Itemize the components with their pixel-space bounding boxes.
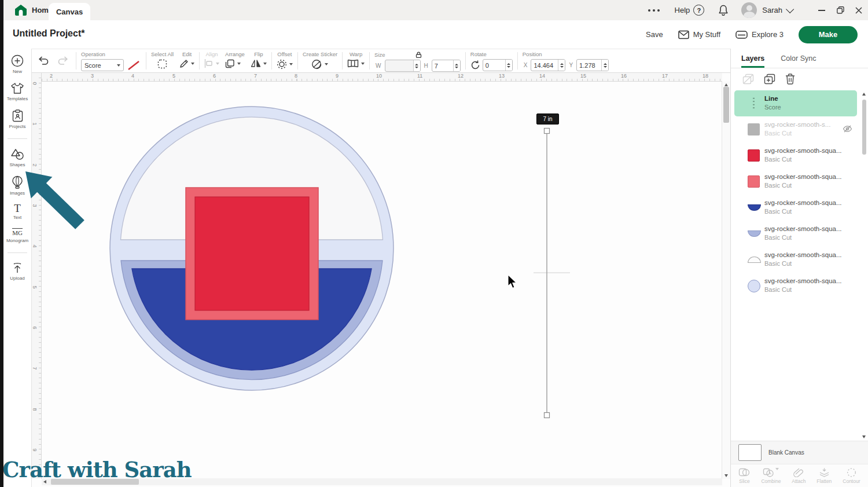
canvas-vertical-scrollbar[interactable] xyxy=(722,82,730,479)
drag-handle-icon[interactable] xyxy=(753,97,755,109)
offset-button[interactable]: Offset xyxy=(277,49,293,72)
create-sticker-caret-icon xyxy=(325,63,328,65)
layers-scrollbar[interactable] xyxy=(862,93,867,438)
delete-button[interactable] xyxy=(784,72,796,86)
rotate-spinner[interactable] xyxy=(505,60,512,71)
layers-scroll-up-icon[interactable] xyxy=(862,93,866,96)
layer-list: Line Score svg-rocker-smooth-s... Basic … xyxy=(731,90,860,441)
design-square-inner xyxy=(195,197,309,310)
edit-toolbar: Operation Score Select All xyxy=(32,49,730,73)
operation-select[interactable]: Score xyxy=(81,59,124,71)
flatten-button[interactable]: Flatten xyxy=(816,468,832,484)
redo-button[interactable] xyxy=(58,56,69,65)
height-input[interactable]: 7 xyxy=(432,60,461,72)
group-icon xyxy=(742,74,754,85)
trash-icon xyxy=(785,74,795,85)
slice-icon xyxy=(738,468,750,477)
select-all-button[interactable]: Select All xyxy=(151,49,174,72)
window-restore-button[interactable] xyxy=(831,0,849,20)
overflow-menu-icon[interactable] xyxy=(648,9,660,12)
offset-icon xyxy=(277,59,287,69)
images-icon xyxy=(12,175,23,189)
avatar[interactable] xyxy=(741,2,757,18)
design-canvas[interactable]: 2 3 4 5 6 7 8 9 10 11 12 13 14 15 16 17 … xyxy=(32,72,730,487)
machine-icon xyxy=(735,31,748,39)
sidebar-divider xyxy=(8,252,27,253)
position-group: Position X 14.464 Y 1.278 xyxy=(523,49,609,72)
width-input[interactable] xyxy=(385,60,421,72)
new-icon xyxy=(11,54,24,67)
rotate-icon[interactable] xyxy=(470,60,480,70)
edit-button[interactable]: Edit xyxy=(179,49,194,72)
design-bottom-semicircle-dark xyxy=(132,269,372,370)
layers-toolbar xyxy=(731,68,868,89)
help-question-icon: ? xyxy=(693,5,704,16)
attach-button[interactable]: Attach xyxy=(792,468,806,484)
page-title: Untitled Project* xyxy=(13,28,84,39)
width-spinner[interactable] xyxy=(413,60,420,71)
sidebar-item-shapes[interactable]: Shapes xyxy=(9,148,25,167)
sidebar-item-new[interactable]: New xyxy=(11,54,24,74)
help-button[interactable]: Help ? xyxy=(675,5,705,16)
rotate-input[interactable]: 0 xyxy=(483,59,513,71)
combine-caret-icon xyxy=(775,468,779,470)
tab-layers[interactable]: Layers xyxy=(741,49,764,68)
machine-select-button[interactable]: Explore 3 xyxy=(735,30,784,39)
flip-icon xyxy=(251,59,261,68)
sidebar-item-templates[interactable]: Templates xyxy=(7,82,28,101)
layer-item-line[interactable]: Line Score xyxy=(734,90,857,116)
layer-item-red-square[interactable]: svg-rocker-smooth-squa... Basic Cut xyxy=(731,142,860,169)
layers-scroll-thumb[interactable] xyxy=(862,100,866,155)
my-stuff-button[interactable]: My Stuff xyxy=(678,30,720,39)
sidebar-item-upload[interactable]: Upload xyxy=(10,262,24,281)
position-x-spinner[interactable] xyxy=(558,60,565,71)
account-chevron-down-icon[interactable] xyxy=(786,5,794,13)
tab-color-sync[interactable]: Color Sync xyxy=(781,49,816,68)
scroll-down-icon[interactable] xyxy=(724,474,728,477)
layer-item-white-half[interactable]: svg-rocker-smooth-squa... Basic Cut xyxy=(731,247,860,273)
position-x-input[interactable]: 14.464 xyxy=(531,59,565,71)
restore-icon xyxy=(837,6,844,14)
duplicate-button[interactable] xyxy=(763,72,777,86)
align-caret-icon xyxy=(216,63,219,65)
undo-button[interactable] xyxy=(38,56,49,65)
window-minimize-button[interactable] xyxy=(812,0,831,20)
score-line-swatch[interactable] xyxy=(126,60,141,71)
flip-button[interactable]: Flip xyxy=(251,49,267,72)
layer-item-light-blue-half[interactable]: svg-rocker-smooth-squa... Basic Cut xyxy=(731,221,860,247)
visibility-off-icon[interactable] xyxy=(843,125,852,136)
sidebar-item-monogram[interactable]: MG Monogram xyxy=(6,228,28,243)
layers-scroll-down-icon[interactable] xyxy=(862,435,866,438)
slice-button[interactable]: Slice xyxy=(738,468,750,484)
create-sticker-button[interactable]: Create Sticker xyxy=(303,49,337,72)
group-button[interactable] xyxy=(741,72,755,86)
make-button[interactable]: Make xyxy=(799,26,858,43)
lock-icon[interactable] xyxy=(415,52,422,58)
layer-item-pink-square[interactable]: svg-rocker-smooth-squa... Basic Cut xyxy=(731,169,860,195)
tab-canvas[interactable]: Canvas xyxy=(49,3,90,20)
score-line-icon xyxy=(127,60,141,71)
save-button[interactable]: Save xyxy=(646,30,663,39)
combine-button[interactable]: Combine xyxy=(761,468,781,484)
height-spinner[interactable] xyxy=(453,60,460,71)
text-icon: T xyxy=(14,204,21,213)
layer-item-hidden[interactable]: svg-rocker-smooth-s... Basic Cut xyxy=(731,116,860,142)
position-y-input[interactable]: 1.278 xyxy=(576,59,609,71)
contour-button[interactable]: Contour xyxy=(843,468,860,484)
sidebar-item-text[interactable]: T Text xyxy=(13,204,22,220)
arrange-caret-icon xyxy=(237,63,241,65)
warp-button[interactable]: Warp xyxy=(347,49,365,72)
layer-item-lavender-circle[interactable]: svg-rocker-smooth-squa... Basic Cut xyxy=(731,273,860,299)
notifications-button[interactable] xyxy=(718,5,729,16)
window-close-button[interactable] xyxy=(849,0,868,20)
arrange-button[interactable]: Arrange xyxy=(225,49,245,72)
sidebar-item-projects[interactable]: Projects xyxy=(9,109,26,129)
scroll-up-icon[interactable] xyxy=(724,83,728,86)
position-y-spinner[interactable] xyxy=(601,60,608,71)
vertical-scroll-thumb[interactable] xyxy=(723,87,729,123)
layer-item-dark-blue-half[interactable]: svg-rocker-smooth-squa... Basic Cut xyxy=(731,195,860,221)
undo-icon xyxy=(38,56,49,65)
sidebar-item-images[interactable]: Images xyxy=(10,175,25,196)
align-button[interactable]: Align xyxy=(204,49,219,72)
blank-canvas-row[interactable]: Blank Canvas xyxy=(731,441,868,464)
